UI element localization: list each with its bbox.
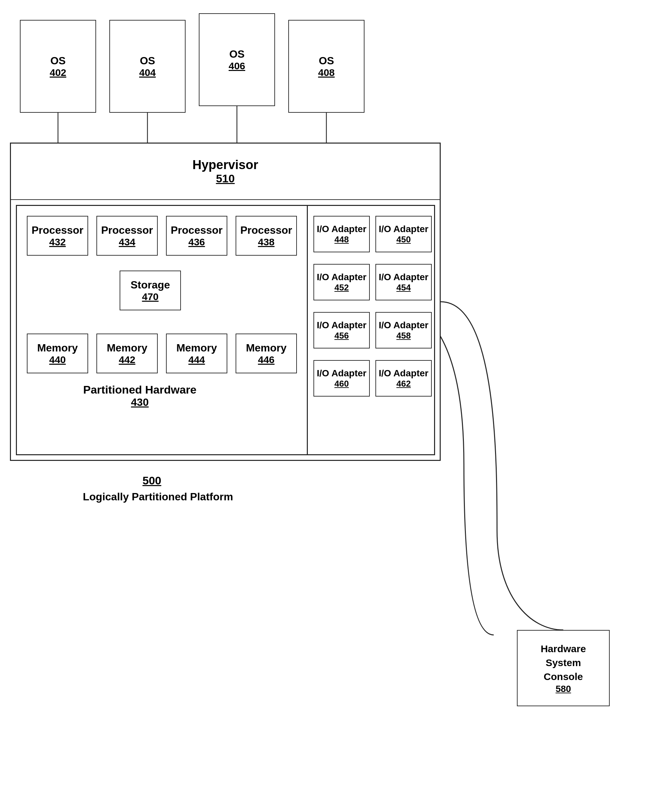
platform-number-container: 500 bbox=[143, 474, 161, 487]
os-406-box: OS 406 bbox=[199, 13, 275, 106]
os-402-number: 402 bbox=[50, 67, 66, 78]
ioa-452-label: I/O Adapter bbox=[317, 271, 366, 283]
os-402-box: OS 402 bbox=[20, 20, 96, 113]
ioa-452-box: I/O Adapter 452 bbox=[313, 264, 370, 300]
mem-440-number: 440 bbox=[49, 354, 66, 366]
proc-432-number: 432 bbox=[49, 236, 66, 248]
storage-470-box: Storage 470 bbox=[119, 271, 181, 310]
os-408-number: 408 bbox=[318, 67, 334, 78]
hardware-console-box: Hardware System Console 580 bbox=[517, 630, 610, 706]
proc-432-label: Processor bbox=[32, 224, 84, 236]
os-408-box: OS 408 bbox=[288, 20, 365, 113]
platform-sublabel-container: Logically Partitioned Platform bbox=[83, 491, 233, 503]
processor-434-box: Processor 434 bbox=[96, 216, 158, 256]
os-408-label: OS bbox=[319, 54, 334, 67]
ioa-462-label: I/O Adapter bbox=[379, 368, 429, 379]
memory-442-box: Memory 442 bbox=[96, 334, 158, 373]
ioa-456-label: I/O Adapter bbox=[317, 320, 366, 331]
ioa-454-label: I/O Adapter bbox=[379, 271, 429, 283]
proc-434-number: 434 bbox=[119, 236, 135, 248]
partitioned-hardware-box: Processor 432 Processor 434 Processor 43… bbox=[16, 205, 435, 455]
ph-label-container: Partitioned Hardware 430 bbox=[83, 383, 197, 408]
ioa-448-number: 448 bbox=[334, 234, 349, 245]
storage-470-label: Storage bbox=[131, 278, 170, 291]
mem-440-label: Memory bbox=[37, 342, 78, 354]
ioa-450-label: I/O Adapter bbox=[379, 224, 429, 235]
processor-432-box: Processor 432 bbox=[27, 216, 88, 256]
hw-console-label: Hardware System Console bbox=[541, 642, 586, 684]
platform-outer-box: Hypervisor 510 Processor 432 Processor 4… bbox=[10, 143, 441, 461]
mem-442-number: 442 bbox=[119, 354, 135, 366]
memory-440-box: Memory 440 bbox=[27, 334, 88, 373]
ioa-460-number: 460 bbox=[334, 379, 349, 389]
hw-console-number: 580 bbox=[556, 684, 571, 694]
memory-444-box: Memory 444 bbox=[166, 334, 227, 373]
proc-436-number: 436 bbox=[188, 236, 205, 248]
os-406-number: 406 bbox=[229, 61, 245, 72]
ioa-452-number: 452 bbox=[334, 283, 349, 293]
mem-444-number: 444 bbox=[188, 354, 205, 366]
ioa-458-label: I/O Adapter bbox=[379, 320, 429, 331]
memory-446-box: Memory 446 bbox=[235, 334, 297, 373]
ioa-460-label: I/O Adapter bbox=[317, 368, 366, 379]
processor-436-box: Processor 436 bbox=[166, 216, 227, 256]
storage-470-number: 470 bbox=[142, 291, 158, 302]
hypervisor-number: 510 bbox=[216, 172, 235, 185]
proc-434-label: Processor bbox=[101, 224, 153, 236]
os-406-label: OS bbox=[229, 48, 245, 61]
ioa-458-number: 458 bbox=[396, 330, 410, 341]
ioa-454-number: 454 bbox=[396, 283, 410, 293]
hypervisor-section: Hypervisor 510 bbox=[11, 143, 440, 200]
mem-446-label: Memory bbox=[246, 342, 287, 354]
ioa-454-box: I/O Adapter 454 bbox=[375, 264, 432, 300]
ioa-448-label: I/O Adapter bbox=[317, 224, 366, 235]
os-404-box: OS 404 bbox=[109, 20, 186, 113]
proc-438-number: 438 bbox=[258, 236, 274, 248]
ioa-462-box: I/O Adapter 462 bbox=[375, 360, 432, 396]
platform-number: 500 bbox=[143, 474, 161, 487]
io-divider bbox=[307, 206, 308, 454]
os-404-number: 404 bbox=[139, 67, 156, 78]
mem-444-label: Memory bbox=[176, 342, 217, 354]
ioa-458-box: I/O Adapter 458 bbox=[375, 312, 432, 349]
diagram: OS 402 OS 404 OS 406 OS 408 Hypervisor 5… bbox=[0, 0, 669, 812]
ioa-448-box: I/O Adapter 448 bbox=[313, 216, 370, 252]
ioa-462-number: 462 bbox=[396, 379, 410, 389]
ioa-460-box: I/O Adapter 460 bbox=[313, 360, 370, 396]
ioa-450-number: 450 bbox=[396, 234, 410, 245]
processor-438-box: Processor 438 bbox=[235, 216, 297, 256]
mem-446-number: 446 bbox=[258, 354, 274, 366]
hypervisor-label: Hypervisor bbox=[193, 158, 259, 172]
proc-438-label: Processor bbox=[240, 224, 292, 236]
proc-436-label: Processor bbox=[171, 224, 223, 236]
ioa-456-number: 456 bbox=[334, 330, 349, 341]
os-402-label: OS bbox=[50, 54, 66, 67]
mem-442-label: Memory bbox=[107, 342, 148, 354]
os-404-label: OS bbox=[140, 54, 155, 67]
ioa-456-box: I/O Adapter 456 bbox=[313, 312, 370, 349]
platform-sublabel: Logically Partitioned Platform bbox=[83, 491, 233, 503]
ph-label: Partitioned Hardware bbox=[83, 383, 197, 396]
ph-number: 430 bbox=[131, 396, 148, 408]
ioa-450-box: I/O Adapter 450 bbox=[375, 216, 432, 252]
